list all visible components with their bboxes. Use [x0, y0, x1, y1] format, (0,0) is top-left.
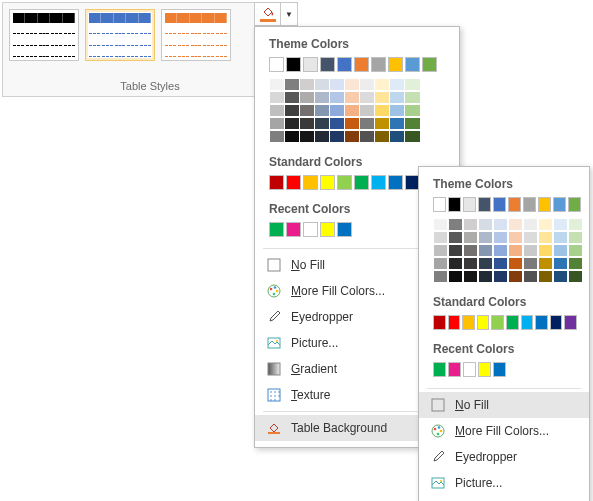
color-swatch[interactable] [478, 362, 491, 377]
color-swatch[interactable] [404, 78, 421, 91]
color-swatch[interactable] [523, 197, 536, 212]
color-swatch[interactable] [478, 257, 493, 270]
color-swatch[interactable] [493, 257, 508, 270]
color-swatch[interactable] [286, 57, 301, 72]
color-swatch[interactable] [478, 197, 491, 212]
color-swatch[interactable] [433, 231, 448, 244]
color-swatch[interactable] [477, 315, 490, 330]
color-swatch[interactable] [303, 222, 318, 237]
color-swatch[interactable] [463, 197, 476, 212]
color-swatch[interactable] [478, 231, 493, 244]
color-swatch[interactable] [493, 362, 506, 377]
color-swatch[interactable] [354, 57, 369, 72]
color-swatch[interactable] [404, 104, 421, 117]
color-swatch[interactable] [508, 231, 523, 244]
color-swatch[interactable] [538, 218, 553, 231]
color-swatch[interactable] [448, 315, 461, 330]
color-swatch[interactable] [568, 231, 583, 244]
color-swatch[interactable] [433, 362, 446, 377]
color-swatch[interactable] [269, 175, 284, 190]
color-swatch[interactable] [535, 315, 548, 330]
color-swatch[interactable] [523, 231, 538, 244]
color-swatch[interactable] [269, 57, 284, 72]
color-swatch[interactable] [448, 218, 463, 231]
color-swatch[interactable] [320, 175, 335, 190]
color-swatch[interactable] [523, 218, 538, 231]
color-swatch[interactable] [523, 270, 538, 283]
color-swatch[interactable] [354, 175, 369, 190]
more-fill-colors-item[interactable]: More Fill Colors... [419, 418, 589, 444]
color-swatch[interactable] [508, 244, 523, 257]
color-swatch[interactable] [320, 57, 335, 72]
color-swatch[interactable] [553, 244, 568, 257]
color-swatch[interactable] [478, 218, 493, 231]
color-swatch[interactable] [448, 244, 463, 257]
color-swatch[interactable] [463, 231, 478, 244]
table-style-thumb-3[interactable] [161, 9, 231, 61]
color-swatch[interactable] [303, 57, 318, 72]
color-swatch[interactable] [448, 231, 463, 244]
color-swatch[interactable] [493, 197, 506, 212]
color-swatch[interactable] [553, 257, 568, 270]
color-swatch[interactable] [521, 315, 534, 330]
color-swatch[interactable] [553, 218, 568, 231]
color-swatch[interactable] [286, 175, 301, 190]
color-swatch[interactable] [433, 315, 446, 330]
color-swatch[interactable] [463, 244, 478, 257]
color-swatch[interactable] [337, 175, 352, 190]
color-swatch[interactable] [538, 257, 553, 270]
color-swatch[interactable] [433, 244, 448, 257]
color-swatch[interactable] [448, 197, 461, 212]
color-swatch[interactable] [269, 222, 284, 237]
picture-item[interactable]: Picture... [419, 470, 589, 496]
color-swatch[interactable] [448, 362, 461, 377]
color-swatch[interactable] [337, 57, 352, 72]
color-swatch[interactable] [553, 270, 568, 283]
eyedropper-item[interactable]: Eyedropper [419, 444, 589, 470]
color-swatch[interactable] [538, 244, 553, 257]
color-swatch[interactable] [568, 270, 583, 283]
color-swatch[interactable] [493, 218, 508, 231]
color-swatch[interactable] [433, 197, 446, 212]
color-swatch[interactable] [538, 270, 553, 283]
color-swatch[interactable] [506, 315, 519, 330]
color-swatch[interactable] [523, 257, 538, 270]
color-swatch[interactable] [493, 231, 508, 244]
color-swatch[interactable] [371, 57, 386, 72]
table-style-thumb-2[interactable] [85, 9, 155, 61]
color-swatch[interactable] [523, 244, 538, 257]
color-swatch[interactable] [493, 244, 508, 257]
color-swatch[interactable] [463, 270, 478, 283]
table-style-thumb-1[interactable] [9, 9, 79, 61]
color-swatch[interactable] [404, 91, 421, 104]
color-swatch[interactable] [568, 244, 583, 257]
color-swatch[interactable] [448, 257, 463, 270]
color-swatch[interactable] [508, 270, 523, 283]
color-swatch[interactable] [337, 222, 352, 237]
color-swatch[interactable] [538, 197, 551, 212]
chevron-down-icon[interactable]: ▼ [281, 10, 297, 19]
color-swatch[interactable] [463, 218, 478, 231]
color-swatch[interactable] [448, 270, 463, 283]
color-swatch[interactable] [568, 218, 583, 231]
color-swatch[interactable] [371, 175, 386, 190]
color-swatch[interactable] [508, 218, 523, 231]
color-swatch[interactable] [538, 231, 553, 244]
no-fill-item[interactable]: No Fill [419, 392, 589, 418]
color-swatch[interactable] [422, 57, 437, 72]
color-swatch[interactable] [462, 315, 475, 330]
color-swatch[interactable] [404, 130, 421, 143]
color-swatch[interactable] [553, 197, 566, 212]
color-swatch[interactable] [568, 197, 581, 212]
color-swatch[interactable] [433, 270, 448, 283]
color-swatch[interactable] [404, 117, 421, 130]
color-swatch[interactable] [303, 175, 318, 190]
color-swatch[interactable] [433, 257, 448, 270]
color-swatch[interactable] [491, 315, 504, 330]
color-swatch[interactable] [463, 362, 476, 377]
color-swatch[interactable] [508, 257, 523, 270]
color-swatch[interactable] [463, 257, 478, 270]
color-swatch[interactable] [568, 257, 583, 270]
color-swatch[interactable] [478, 270, 493, 283]
color-swatch[interactable] [478, 244, 493, 257]
